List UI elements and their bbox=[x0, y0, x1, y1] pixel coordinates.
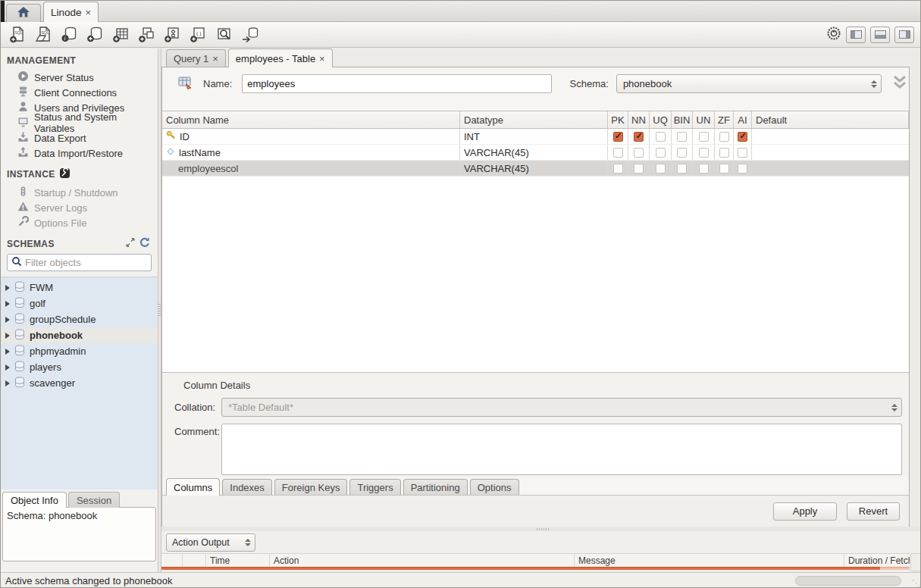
un-checkbox[interactable] bbox=[699, 132, 709, 142]
schema-tree-item-phonebook[interactable]: phonebook bbox=[1, 327, 158, 343]
column-row-employeescol[interactable]: employeescol VARCHAR(45) bbox=[162, 161, 909, 177]
header-pk[interactable]: PK bbox=[608, 111, 628, 128]
bin-checkbox[interactable] bbox=[677, 148, 687, 158]
expand-header-chevron-icon[interactable] bbox=[891, 74, 909, 93]
schema-tree-item[interactable]: groupSchedule bbox=[1, 311, 158, 327]
open-sql-script-icon[interactable]: SQL bbox=[33, 25, 55, 45]
ai-checkbox[interactable] bbox=[738, 164, 747, 174]
pk-checkbox[interactable] bbox=[613, 164, 623, 174]
nn-checkbox[interactable] bbox=[634, 148, 644, 158]
ai-checkbox[interactable] bbox=[738, 132, 747, 142]
comment-textarea[interactable] bbox=[221, 424, 902, 475]
tab-foreign-keys[interactable]: Foreign Keys bbox=[274, 479, 348, 495]
schema-select[interactable]: phonebook bbox=[616, 74, 882, 93]
tab-session[interactable]: Session bbox=[68, 492, 120, 508]
schema-tree-item[interactable]: phpmyadmin bbox=[1, 343, 158, 359]
expander-icon[interactable] bbox=[5, 317, 10, 323]
un-checkbox[interactable] bbox=[699, 164, 709, 174]
expander-icon[interactable] bbox=[5, 285, 10, 291]
schema-tree-item[interactable]: golf bbox=[1, 296, 158, 311]
schema-tree-item[interactable]: players bbox=[1, 359, 158, 375]
sidebar-item-data-import[interactable]: Data Import/Restore bbox=[1, 145, 158, 161]
revert-button[interactable]: Revert bbox=[847, 502, 900, 521]
sidebar-item-server-logs[interactable]: Server Logs bbox=[1, 200, 158, 215]
sidebar-item-system-variables[interactable]: Status and System Variables bbox=[1, 115, 158, 130]
column-row-lastname[interactable]: lastName VARCHAR(45) bbox=[162, 145, 909, 161]
close-icon[interactable]: × bbox=[212, 53, 218, 64]
tab-partitioning[interactable]: Partitioning bbox=[403, 479, 468, 495]
sidebar-item-options-file[interactable]: Options File bbox=[1, 215, 158, 230]
header-default[interactable]: Default bbox=[752, 111, 909, 128]
uq-checkbox[interactable] bbox=[656, 148, 666, 158]
table-name-input[interactable] bbox=[242, 74, 551, 93]
header-ai[interactable]: AI bbox=[734, 111, 752, 128]
pk-checkbox[interactable] bbox=[613, 148, 623, 158]
un-checkbox[interactable] bbox=[699, 148, 709, 158]
zf-checkbox[interactable] bbox=[719, 148, 729, 158]
expander-icon[interactable] bbox=[5, 364, 10, 371]
sidebar-item-client-connections[interactable]: Client Connections bbox=[1, 85, 158, 100]
home-tab[interactable] bbox=[6, 4, 41, 22]
schema-tree-item[interactable]: scavenger bbox=[1, 375, 158, 391]
expander-icon[interactable] bbox=[5, 380, 10, 386]
collation-select[interactable]: *Table Default* bbox=[221, 398, 902, 417]
nn-checkbox[interactable] bbox=[634, 164, 644, 174]
column-row-id[interactable]: ID INT bbox=[162, 129, 909, 145]
ai-checkbox[interactable] bbox=[738, 148, 747, 158]
toggle-right-panel-button[interactable] bbox=[894, 27, 914, 43]
expander-icon[interactable] bbox=[5, 333, 10, 339]
tab-columns[interactable]: Columns bbox=[166, 478, 220, 496]
tab-indexes[interactable]: Indexes bbox=[222, 479, 272, 495]
output-scrollbar[interactable] bbox=[910, 553, 921, 571]
expander-icon[interactable] bbox=[5, 349, 10, 355]
toggle-bottom-panel-button[interactable] bbox=[870, 27, 890, 43]
header-un[interactable]: UN bbox=[693, 111, 715, 128]
bin-checkbox[interactable] bbox=[677, 164, 687, 174]
new-query-tab-icon[interactable]: SQL bbox=[7, 25, 30, 45]
output-header-action[interactable]: Action bbox=[270, 554, 575, 567]
bin-checkbox[interactable] bbox=[677, 132, 687, 142]
create-table-icon[interactable] bbox=[110, 25, 133, 45]
horizontal-scrollbar-thumb[interactable] bbox=[795, 576, 901, 586]
sidebar-item-startup-shutdown[interactable]: Startup / Shutdown bbox=[1, 185, 158, 200]
tab-options[interactable]: Options bbox=[470, 479, 519, 495]
output-type-select[interactable]: Action Output bbox=[166, 533, 255, 552]
connection-tab[interactable]: Linode × bbox=[43, 2, 99, 22]
nn-checkbox[interactable] bbox=[634, 132, 644, 142]
uq-checkbox[interactable] bbox=[656, 164, 666, 174]
create-view-icon[interactable] bbox=[136, 25, 158, 45]
tab-object-info[interactable]: Object Info bbox=[2, 492, 67, 508]
apply-button[interactable]: Apply bbox=[773, 502, 837, 521]
schema-filter-input[interactable] bbox=[25, 257, 158, 268]
reconnect-dbms-icon[interactable] bbox=[239, 25, 262, 45]
resize-grip-icon[interactable]: ⋱ bbox=[912, 578, 919, 588]
uq-checkbox[interactable] bbox=[656, 132, 666, 142]
output-header-message[interactable]: Message bbox=[575, 554, 844, 567]
create-function-icon[interactable]: () bbox=[187, 25, 210, 45]
header-column-name[interactable]: Column Name bbox=[162, 111, 460, 128]
zf-checkbox[interactable] bbox=[719, 132, 729, 142]
output-header-time[interactable]: Time bbox=[206, 554, 270, 567]
schema-inspector-icon[interactable]: i bbox=[58, 25, 81, 45]
create-procedure-icon[interactable] bbox=[161, 25, 184, 45]
expander-icon[interactable] bbox=[5, 301, 10, 307]
connection-tab-close-icon[interactable]: × bbox=[86, 7, 92, 18]
refresh-schemas-icon[interactable] bbox=[139, 237, 150, 250]
tab-query-1[interactable]: Query 1 × bbox=[166, 49, 226, 67]
search-table-data-icon[interactable] bbox=[213, 25, 236, 45]
create-schema-icon[interactable] bbox=[84, 25, 107, 45]
header-datatype[interactable]: Datatype bbox=[460, 111, 608, 128]
header-uq[interactable]: UQ bbox=[650, 111, 672, 128]
header-nn[interactable]: NN bbox=[628, 111, 650, 128]
tab-employees-table[interactable]: employees - Table × bbox=[228, 48, 333, 67]
expand-schemas-icon[interactable] bbox=[125, 237, 136, 250]
toggle-left-panel-button[interactable] bbox=[846, 27, 866, 43]
sidebar-item-server-status[interactable]: Server Status bbox=[1, 70, 158, 85]
header-bin[interactable]: BIN bbox=[672, 111, 693, 128]
pk-checkbox[interactable] bbox=[613, 132, 623, 142]
close-icon[interactable]: × bbox=[319, 53, 325, 64]
header-zf[interactable]: ZF bbox=[715, 111, 734, 128]
tab-triggers[interactable]: Triggers bbox=[349, 479, 400, 495]
zf-checkbox[interactable] bbox=[719, 164, 729, 174]
output-header-duration[interactable]: Duration / Fetch bbox=[844, 554, 910, 567]
